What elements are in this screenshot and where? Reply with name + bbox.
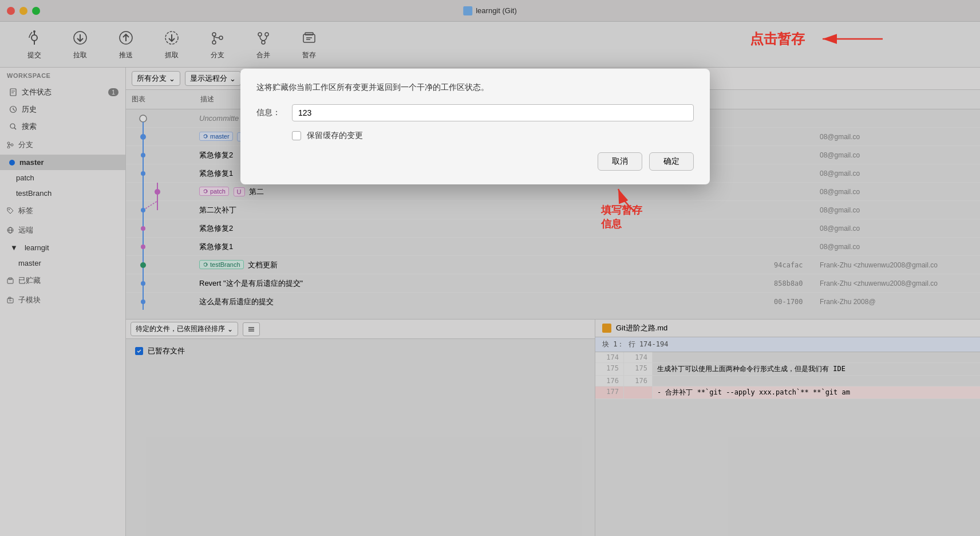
- modal-checkbox-row: 保留缓存的变更: [256, 131, 694, 141]
- stash-arrow: [814, 27, 888, 50]
- modal-info-input[interactable]: [292, 104, 694, 121]
- modal-description: 这将贮藏你当前工作区所有变更并返回到一个干净的工作区状态。: [256, 82, 694, 93]
- modal-cancel-button[interactable]: 取消: [598, 152, 642, 171]
- modal-info-field: 信息：: [256, 104, 694, 121]
- stash-modal: 这将贮藏你当前工作区所有变更并返回到一个干净的工作区状态。 信息： 填写暂存信息…: [240, 69, 710, 184]
- preserve-cache-checkbox[interactable]: [292, 131, 301, 140]
- info-annotation-text: 填写暂存信息: [601, 203, 647, 231]
- stash-annotation: 点击暂存: [750, 27, 888, 50]
- stash-annotation-text: 点击暂存: [750, 30, 805, 48]
- info-arrow: [601, 180, 647, 215]
- modal-info-label: 信息：: [256, 108, 285, 118]
- modal-overlay: 这将贮藏你当前工作区所有变更并返回到一个干净的工作区状态。 信息： 填写暂存信息…: [0, 0, 980, 536]
- modal-buttons: 取消 确定: [256, 152, 694, 171]
- info-annotation: 填写暂存信息: [601, 180, 647, 217]
- preserve-cache-label: 保留缓存的变更: [307, 131, 363, 141]
- modal-confirm-button[interactable]: 确定: [649, 152, 694, 171]
